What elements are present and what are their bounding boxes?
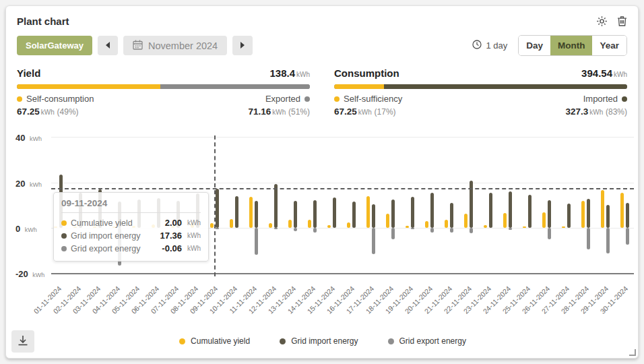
imported-pct: (83%) xyxy=(606,107,627,117)
yield-bar[interactable] xyxy=(601,190,604,228)
import-bar[interactable] xyxy=(411,197,414,228)
gateway-button[interactable]: SolarGateway xyxy=(17,36,92,55)
yield-bar[interactable] xyxy=(523,226,526,228)
import-bar[interactable] xyxy=(313,200,317,228)
x-axis-line xyxy=(51,273,634,274)
export-bar[interactable] xyxy=(450,228,453,233)
import-bar[interactable] xyxy=(450,203,453,228)
exported-dot-icon xyxy=(304,96,310,102)
yield-bar[interactable] xyxy=(484,225,487,228)
yield-bar[interactable] xyxy=(327,225,331,228)
legend-item[interactable]: Grid export energy xyxy=(388,336,466,346)
legend-dot-icon xyxy=(179,338,185,344)
import-bar[interactable] xyxy=(333,198,336,228)
import-bar[interactable] xyxy=(528,195,532,228)
yield-bar[interactable] xyxy=(366,196,370,228)
import-bar[interactable] xyxy=(430,193,434,228)
yield-bar[interactable] xyxy=(562,226,565,228)
tooltip-date: 09-11-2024 xyxy=(61,198,201,208)
import-bar[interactable] xyxy=(274,184,278,228)
yield-bar[interactable] xyxy=(288,220,292,228)
import-bar[interactable] xyxy=(587,199,590,228)
yield-bar[interactable] xyxy=(503,213,507,228)
yield-bar[interactable] xyxy=(249,197,253,228)
export-bar[interactable] xyxy=(274,228,278,229)
import-bar[interactable] xyxy=(567,204,571,228)
yield-title: Yield xyxy=(17,67,40,79)
import-bar[interactable] xyxy=(548,200,551,228)
yield-bar[interactable] xyxy=(269,223,272,228)
export-bar[interactable] xyxy=(372,228,375,254)
card-header: Plant chart xyxy=(6,6,638,27)
import-bar[interactable] xyxy=(391,200,395,228)
next-period-button[interactable] xyxy=(232,36,253,55)
tooltip-import-value: 17.36 xyxy=(160,231,182,241)
export-bar[interactable] xyxy=(548,228,551,239)
export-bar[interactable] xyxy=(294,228,297,231)
yield-bar[interactable] xyxy=(542,212,546,228)
export-bar[interactable] xyxy=(411,228,414,229)
toolbar: SolarGateway November 2024 xyxy=(6,27,638,56)
export-bar[interactable] xyxy=(509,228,512,230)
yield-bar[interactable] xyxy=(230,219,233,228)
yield-progress-bar xyxy=(17,84,310,89)
interval-indicator: 1 day xyxy=(472,40,507,51)
yield-bar[interactable] xyxy=(464,214,468,228)
delete-button[interactable] xyxy=(617,16,627,27)
import-bar[interactable] xyxy=(372,204,375,228)
self-consumption-pct: (49%) xyxy=(57,107,79,117)
yield-exported-segment xyxy=(160,84,310,89)
export-bar[interactable] xyxy=(255,228,258,255)
yield-bar[interactable] xyxy=(347,222,350,228)
chart-tooltip: 09-11-2024 Cumulative yield 2.00kWh Grid… xyxy=(53,192,209,262)
resize-handle[interactable] xyxy=(629,349,636,356)
import-bar[interactable] xyxy=(216,189,219,228)
legend-item[interactable]: Grid import energy xyxy=(280,336,358,346)
prev-period-button[interactable] xyxy=(98,36,118,55)
period-label: November 2024 xyxy=(148,40,218,51)
import-bar[interactable] xyxy=(509,191,512,228)
export-bar[interactable] xyxy=(587,228,590,249)
tooltip-yield-label: Cumulative yield xyxy=(71,218,161,228)
consumption-title: Consumption xyxy=(334,67,399,79)
consumption-total-unit: kWh xyxy=(614,71,627,78)
yield-bar[interactable] xyxy=(308,220,311,228)
tooltip-export-label: Grid export energy xyxy=(71,244,158,253)
export-bar[interactable] xyxy=(313,228,317,233)
yield-bar[interactable] xyxy=(620,193,624,228)
period-picker-button[interactable]: November 2024 xyxy=(123,36,227,55)
import-bar[interactable] xyxy=(255,201,258,228)
yield-bar[interactable] xyxy=(445,220,448,228)
import-bar[interactable] xyxy=(294,201,297,228)
export-bar[interactable] xyxy=(470,228,473,233)
import-bar[interactable] xyxy=(235,196,238,228)
granularity-tabs: Day Month Year xyxy=(518,35,627,56)
yield-bar[interactable] xyxy=(210,223,214,228)
yield-bar[interactable] xyxy=(425,221,428,228)
legend-label: Grid export energy xyxy=(399,336,466,346)
chart-legend: Cumulative yieldGrid import energyGrid e… xyxy=(6,336,639,346)
export-bar[interactable] xyxy=(216,228,219,229)
legend-dot-icon xyxy=(388,338,394,344)
tab-month[interactable]: Month xyxy=(550,36,592,55)
consumption-progress-bar xyxy=(334,84,627,89)
imported-dot-icon xyxy=(622,96,627,102)
legend-item[interactable]: Cumulative yield xyxy=(179,336,250,346)
export-bar[interactable] xyxy=(606,228,610,253)
gear-icon xyxy=(596,19,608,29)
settings-button[interactable] xyxy=(596,16,608,27)
yield-bar[interactable] xyxy=(581,201,585,228)
export-bar[interactable] xyxy=(626,228,629,245)
tab-year[interactable]: Year xyxy=(592,36,626,55)
yield-bar[interactable] xyxy=(386,214,389,228)
crosshair-vertical-line xyxy=(214,135,216,276)
tooltip-import-dot-icon xyxy=(61,233,67,239)
yield-bar[interactable] xyxy=(406,226,409,228)
export-bar[interactable] xyxy=(391,228,395,239)
import-bar[interactable] xyxy=(352,202,356,228)
import-bar[interactable] xyxy=(606,205,610,228)
import-bar[interactable] xyxy=(489,193,492,228)
tab-day[interactable]: Day xyxy=(519,36,550,55)
import-bar[interactable] xyxy=(626,203,629,228)
export-bar[interactable] xyxy=(430,228,434,233)
